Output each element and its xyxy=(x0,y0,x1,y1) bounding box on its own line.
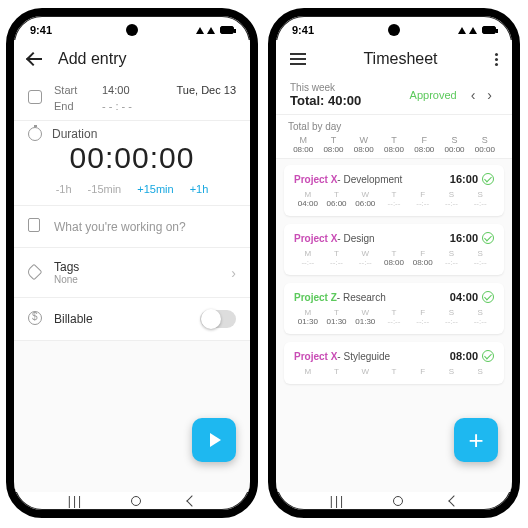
card-day-label: T xyxy=(380,367,408,376)
timesheet-card[interactable]: Project X - Development16:00MTWTFSS04:00… xyxy=(284,165,504,216)
card-day-value: 01:30 xyxy=(323,317,351,326)
add-entry-fab[interactable]: + xyxy=(454,418,498,462)
card-day-value: 01:30 xyxy=(351,317,379,326)
android-navbar: ||| xyxy=(14,492,250,510)
card-day-label: T xyxy=(323,249,351,258)
day-total-value: 00:00 xyxy=(439,145,469,154)
week-header: This week Total: 40:00 Approved ‹ › xyxy=(276,76,512,115)
menu-icon[interactable] xyxy=(290,53,306,65)
card-day-label: T xyxy=(323,190,351,199)
day-totals-header: Total by day MTWTFSS 08:0008:0008:0008:0… xyxy=(276,115,512,159)
adjust-plus-1h[interactable]: +1h xyxy=(190,183,209,195)
document-icon xyxy=(28,218,40,232)
day-label: M xyxy=(288,135,318,145)
card-day-value: 04:00 xyxy=(294,199,322,208)
approved-check-icon xyxy=(482,350,494,362)
billable-toggle[interactable] xyxy=(200,310,236,328)
day-label: W xyxy=(349,135,379,145)
duration-label: Duration xyxy=(52,127,97,141)
battery-icon xyxy=(220,26,234,34)
card-day-value: --:-- xyxy=(466,199,494,208)
card-day-label: S xyxy=(466,249,494,258)
end-label: End xyxy=(54,100,94,112)
nav-recent-icon[interactable]: ||| xyxy=(330,494,345,508)
android-navbar: ||| xyxy=(276,492,512,510)
adjust-minus-15m[interactable]: -15min xyxy=(88,183,122,195)
day-label: T xyxy=(318,135,348,145)
card-day-value: --:-- xyxy=(438,258,466,267)
card-day-value: --:-- xyxy=(409,317,437,326)
phone-add-entry: 9:41 Add entry Start 14:00 Tue, Dec 13 E… xyxy=(6,8,258,518)
card-day-value: 06:00 xyxy=(323,199,351,208)
card-day-label: W xyxy=(351,190,379,199)
card-day-label: M xyxy=(294,367,322,376)
nav-home-icon[interactable] xyxy=(393,496,403,506)
status-badge: Approved xyxy=(410,89,457,101)
start-label: Start xyxy=(54,84,94,96)
card-day-value: --:-- xyxy=(294,258,322,267)
nav-recent-icon[interactable]: ||| xyxy=(68,494,83,508)
day-label: S xyxy=(470,135,500,145)
card-total: 08:00 xyxy=(450,350,478,362)
nav-back-icon[interactable] xyxy=(187,495,198,506)
clock-text: 9:41 xyxy=(292,24,314,36)
nav-home-icon[interactable] xyxy=(131,496,141,506)
status-icons xyxy=(457,26,496,34)
card-day-label: S xyxy=(438,249,466,258)
card-day-label: F xyxy=(409,190,437,199)
nav-back-icon[interactable] xyxy=(449,495,460,506)
approved-check-icon xyxy=(482,232,494,244)
back-arrow-icon[interactable] xyxy=(28,51,44,67)
start-timer-fab[interactable] xyxy=(192,418,236,462)
wifi-icon xyxy=(207,27,215,34)
week-total: Total: 40:00 xyxy=(290,93,410,108)
card-total: 04:00 xyxy=(450,291,478,303)
dollar-icon xyxy=(28,311,42,325)
time-range-row[interactable]: Start 14:00 Tue, Dec 13 End - - : - - xyxy=(14,76,250,121)
tags-value: None xyxy=(54,274,231,285)
play-icon xyxy=(210,433,221,447)
duration-value[interactable]: 00:00:00 xyxy=(14,141,250,175)
card-day-value: 08:00 xyxy=(380,258,408,267)
card-day-label: S xyxy=(438,190,466,199)
day-total-value: 00:00 xyxy=(470,145,500,154)
next-week-button[interactable]: › xyxy=(481,87,498,103)
card-day-value: 08:00 xyxy=(409,258,437,267)
adjust-minus-1h[interactable]: -1h xyxy=(56,183,72,195)
card-day-label: T xyxy=(323,367,351,376)
prev-week-button[interactable]: ‹ xyxy=(465,87,482,103)
week-label: This week xyxy=(290,82,410,93)
description-field[interactable]: What you're working on? xyxy=(14,206,250,248)
task-name: - Styleguide xyxy=(337,351,390,362)
battery-icon xyxy=(482,26,496,34)
card-day-label: M xyxy=(294,249,322,258)
day-label: F xyxy=(409,135,439,145)
card-day-label: W xyxy=(351,308,379,317)
start-time: 14:00 xyxy=(102,84,154,96)
card-day-label: S xyxy=(438,308,466,317)
project-name: Project X xyxy=(294,174,337,185)
signal-icon xyxy=(458,27,466,34)
billable-label: Billable xyxy=(54,312,200,326)
day-total-value: 08:00 xyxy=(288,145,318,154)
approved-check-icon xyxy=(482,173,494,185)
card-day-label: S xyxy=(466,308,494,317)
more-icon[interactable] xyxy=(495,53,498,66)
project-name: Project X xyxy=(294,351,337,362)
timesheet-card[interactable]: Project Z - Research04:00MTWTFSS01:3001:… xyxy=(284,283,504,334)
plus-icon: + xyxy=(468,427,483,453)
status-icons xyxy=(195,26,234,34)
card-day-label: F xyxy=(409,308,437,317)
card-day-value: --:-- xyxy=(351,258,379,267)
timesheet-card[interactable]: Project X - Styleguide08:00MTWTFSS xyxy=(284,342,504,384)
adjust-plus-15m[interactable]: +15min xyxy=(137,183,173,195)
camera-notch xyxy=(388,24,400,36)
tags-field[interactable]: Tags None › xyxy=(14,248,250,298)
billable-field[interactable]: Billable xyxy=(14,298,250,341)
card-day-label: T xyxy=(323,308,351,317)
card-day-value: --:-- xyxy=(380,199,408,208)
description-placeholder: What you're working on? xyxy=(54,220,236,234)
timesheet-cards: Project X - Development16:00MTWTFSS04:00… xyxy=(276,159,512,452)
timesheet-card[interactable]: Project X - Design16:00MTWTFSS--:----:--… xyxy=(284,224,504,275)
task-name: - Design xyxy=(337,233,374,244)
